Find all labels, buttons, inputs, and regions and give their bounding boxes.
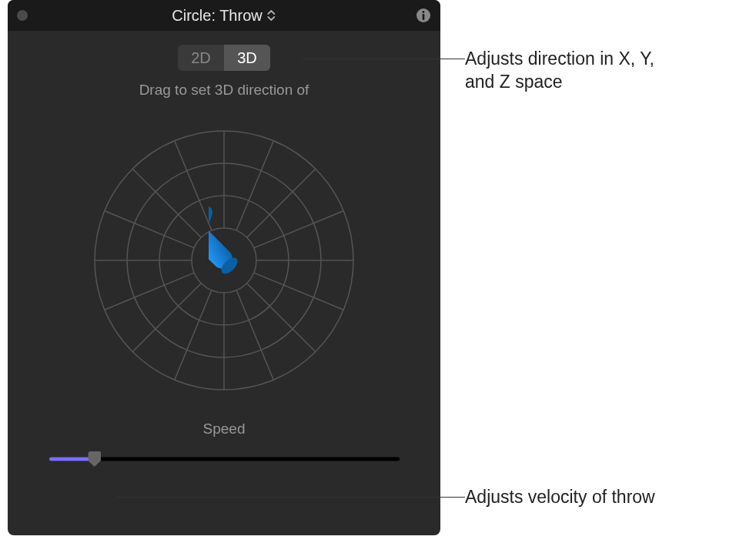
view-mode-2d[interactable]: 2D [178, 45, 224, 71]
direction-control[interactable] [85, 122, 363, 399]
direction-area [85, 122, 363, 399]
callout-line [302, 59, 465, 59]
panel-content: 2D 3D Drag to set 3D direction of [8, 31, 440, 482]
svg-point-1 [423, 11, 425, 13]
info-icon[interactable] [416, 8, 431, 23]
view-mode-toggle: 2D 3D [178, 45, 270, 71]
title-popup[interactable]: Circle: Throw [172, 7, 276, 25]
callout-velocity: Adjusts velocity of throw [117, 486, 655, 509]
speed-slider[interactable] [49, 451, 400, 467]
panel-title: Circle: Throw [172, 7, 262, 25]
slider-track [49, 458, 400, 461]
view-mode-3d[interactable]: 3D [224, 45, 270, 71]
updown-icon [267, 8, 276, 22]
callout-direction: Adjusts direction in X, Y, and Z space [302, 48, 654, 94]
svg-point-6 [192, 228, 256, 293]
close-button[interactable] [17, 10, 28, 21]
callout-line [117, 497, 465, 498]
direction-hint: Drag to set 3D direction of [139, 82, 309, 99]
speed-label: Speed [203, 421, 246, 437]
callout-text: Adjusts velocity of throw [465, 486, 655, 509]
slider-fill [49, 458, 95, 461]
titlebar: Circle: Throw [8, 0, 440, 31]
svg-rect-2 [423, 14, 425, 20]
slider-thumb[interactable] [88, 451, 101, 467]
callout-text: Adjusts direction in X, Y, and Z space [465, 48, 654, 94]
